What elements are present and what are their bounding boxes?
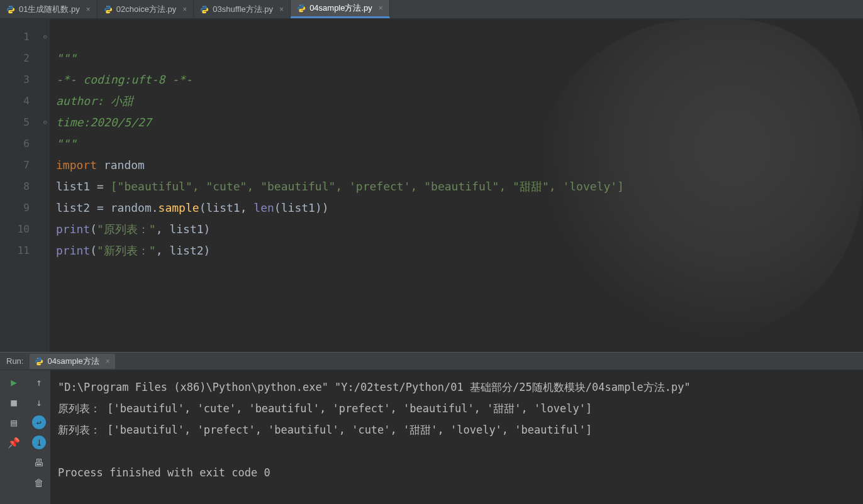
code-editor[interactable]: 1 2 3 4 5 6 7 8 9 10 11 ⊖ ⊖ """ -*- codi… (0, 19, 863, 352)
layout-button[interactable]: ▤ (7, 415, 21, 429)
soft-wrap-button[interactable]: ↩ (32, 415, 46, 429)
close-icon[interactable]: × (106, 357, 110, 366)
close-icon[interactable]: × (379, 4, 383, 13)
svg-point-5 (206, 12, 206, 13)
trash-button[interactable]: 🗑 (32, 476, 46, 490)
svg-point-3 (109, 12, 109, 13)
output-line: 新列表： ['beautiful', 'prefect', 'beautiful… (58, 424, 592, 436)
line-number: 2 (0, 48, 30, 69)
code-keyword: import (56, 158, 97, 172)
svg-point-8 (38, 358, 38, 358)
print-button[interactable]: 🖶 (32, 456, 46, 469)
line-number: 7 (0, 155, 30, 176)
code-line: -*- coding:uft-8 -*- (56, 73, 192, 86)
run-toolbar-right: ↑ ↓ ↩ ⤓ 🖶 🗑 (28, 370, 50, 504)
line-number: 11 (0, 240, 30, 261)
line-number: 1 (0, 26, 30, 48)
output-line: 原列表： ['beautiful', 'cute', 'beautiful', … (58, 402, 592, 415)
python-icon (297, 4, 306, 13)
code-line: """ (56, 137, 77, 150)
run-output[interactable]: "D:\Program Files (x86)\Python\python.ex… (50, 370, 863, 504)
line-number: 3 (0, 69, 30, 90)
line-number: 8 (0, 176, 30, 197)
code-var: list2 (56, 201, 90, 214)
tab-04[interactable]: 04sample方法.py × (291, 0, 390, 18)
stop-button[interactable]: ■ (7, 395, 21, 409)
line-number: 6 (0, 133, 30, 155)
run-header: Run: 04sample方法 × (0, 353, 863, 370)
line-number: 4 (0, 90, 30, 112)
line-number: 5 (0, 112, 30, 133)
python-icon (35, 357, 43, 366)
tab-label: 03shuffle方法.py (213, 4, 273, 15)
tab-label: 01生成随机数.py (19, 4, 80, 15)
run-tab-label: 04sample方法 (47, 356, 99, 367)
svg-point-4 (203, 6, 204, 6)
line-number: 9 (0, 197, 30, 219)
svg-point-1 (12, 12, 13, 13)
run-panel: Run: 04sample方法 × ▶ ■ ▤ 📌 ↑ ↓ ↩ ⤓ 🖶 🗑 "D… (0, 352, 863, 504)
python-icon (200, 5, 209, 14)
run-label: Run: (6, 356, 23, 366)
tab-label: 04sample方法.py (309, 3, 372, 14)
code-var: list1 (56, 180, 90, 193)
output-line: Process finished with exit code 0 (58, 466, 270, 479)
output-line: "D:\Program Files (x86)\Python\python.ex… (58, 381, 691, 393)
svg-point-9 (40, 364, 41, 364)
svg-point-0 (9, 6, 9, 6)
fold-open-icon[interactable]: ⊖ (41, 26, 50, 48)
svg-point-7 (303, 11, 303, 11)
close-icon[interactable]: × (86, 5, 91, 14)
close-icon[interactable]: × (279, 5, 284, 14)
code-line: author: 小甜 (56, 94, 133, 107)
up-button[interactable]: ↑ (32, 375, 46, 389)
fold-close-icon[interactable]: ⊖ (41, 112, 50, 133)
run-toolbar-left: ▶ ■ ▤ 📌 (0, 370, 28, 504)
code-list: ["beautiful", "cute", "beautiful", 'pref… (111, 180, 624, 193)
run-button[interactable]: ▶ (7, 375, 21, 389)
scroll-end-button[interactable]: ⤓ (32, 436, 46, 449)
code-module: random (104, 158, 145, 172)
pin-button[interactable]: 📌 (7, 436, 21, 449)
svg-point-2 (106, 6, 107, 6)
tab-03[interactable]: 03shuffle方法.py × (194, 0, 291, 18)
down-button[interactable]: ↓ (32, 395, 46, 409)
tab-label: 02choice方法.py (116, 4, 176, 15)
editor-tabs: 01生成随机数.py × 02choice方法.py × 03shuffle方法… (0, 0, 863, 19)
code-line: time:2020/5/27 (56, 116, 152, 129)
run-config-tab[interactable]: 04sample方法 × (30, 354, 114, 369)
code-line: """ (56, 52, 77, 65)
tab-02[interactable]: 02choice方法.py × (97, 0, 194, 18)
fold-column: ⊖ ⊖ (41, 19, 50, 352)
python-icon (6, 5, 15, 14)
python-icon (104, 5, 113, 14)
svg-point-6 (299, 5, 300, 6)
line-number: 10 (0, 219, 30, 240)
tab-01[interactable]: 01生成随机数.py × (0, 0, 97, 18)
line-gutter: 1 2 3 4 5 6 7 8 9 10 11 (0, 19, 41, 352)
code-body[interactable]: """ -*- coding:uft-8 -*- author: 小甜 time… (50, 19, 863, 352)
close-icon[interactable]: × (182, 5, 187, 14)
